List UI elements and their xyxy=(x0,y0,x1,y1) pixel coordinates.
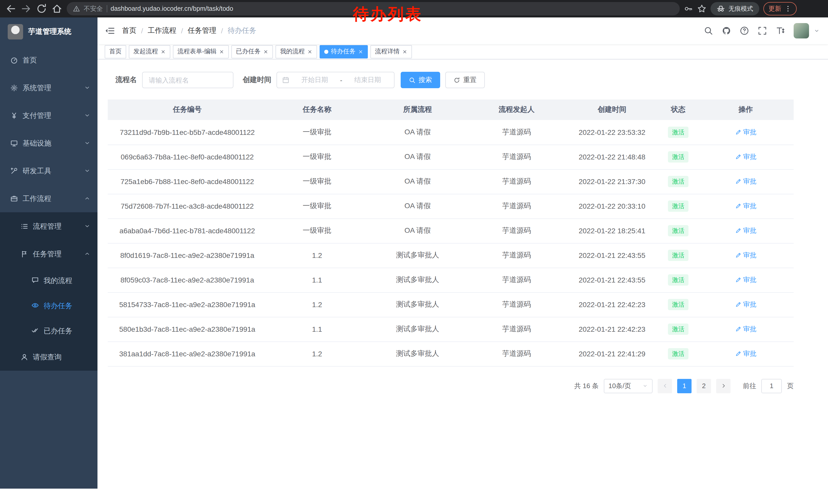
column-header: 操作 xyxy=(698,99,794,120)
browser-forward-icon[interactable] xyxy=(20,3,32,14)
search-button[interactable]: 搜索 xyxy=(401,72,440,88)
more-menu-icon[interactable] xyxy=(784,5,792,12)
chevron-down-icon xyxy=(84,168,90,174)
sidebar-item-process-management[interactable]: 流程管理 xyxy=(0,212,97,240)
process-name-input[interactable] xyxy=(142,72,234,88)
initiator-cell: 芋道源码 xyxy=(468,243,565,268)
tab-home[interactable]: 首页 xyxy=(105,45,126,58)
task-name-cell: 一级审批 xyxy=(267,169,367,194)
tab-todo-task[interactable]: 待办任务 xyxy=(320,45,368,58)
tab-my-process[interactable]: 我的流程 xyxy=(276,45,317,58)
approve-button[interactable]: 审批 xyxy=(735,201,756,211)
tab-create-process[interactable]: 发起流程 xyxy=(129,45,170,58)
approve-button[interactable]: 审批 xyxy=(735,300,756,309)
close-icon[interactable] xyxy=(263,49,268,54)
pencil-icon xyxy=(735,178,741,185)
goto-page-input[interactable] xyxy=(761,379,782,393)
action-cell: 审批 xyxy=(698,169,794,194)
sidebar-item-infrastructure[interactable]: 基础设施 xyxy=(0,129,97,157)
chevron-down-icon[interactable] xyxy=(814,28,820,34)
approve-button[interactable]: 审批 xyxy=(735,349,756,358)
fullscreen-icon[interactable] xyxy=(758,26,767,35)
sidebar-item-home[interactable]: 首页 xyxy=(0,46,97,74)
next-page-button[interactable] xyxy=(716,379,731,393)
status-cell: 激活 xyxy=(659,268,698,292)
breadcrumb-item[interactable]: 工作流程 xyxy=(148,26,176,35)
breadcrumb-item[interactable]: 任务管理 xyxy=(188,26,216,35)
sidebar-item-my-process[interactable]: 我的流程 xyxy=(0,268,97,293)
close-icon[interactable] xyxy=(358,49,363,54)
page-button-1[interactable]: 1 xyxy=(677,379,692,393)
sidebar-item-todo-task[interactable]: 待办任务 xyxy=(0,293,97,318)
prev-page-button[interactable] xyxy=(658,379,672,393)
avatar[interactable] xyxy=(794,23,809,39)
approve-button[interactable]: 审批 xyxy=(735,251,756,260)
sidebar-item-payment-management[interactable]: 支付管理 xyxy=(0,101,97,129)
task-name-cell: 1.2 xyxy=(267,341,367,366)
action-cell: 审批 xyxy=(698,268,794,292)
sidebar: 芋道管理系统 首页 系统管理 支付管理 基础设施 研发工具 工作流程 流程管理 … xyxy=(0,17,97,489)
table-header-row: 任务编号任务名称所属流程流程发起人创建时间状态操作 xyxy=(108,99,794,120)
key-icon[interactable] xyxy=(684,4,693,13)
sidebar-item-label: 支付管理 xyxy=(23,112,51,119)
approve-button[interactable]: 审批 xyxy=(735,152,756,162)
task-name-cell: 1.1 xyxy=(267,268,367,292)
sidebar-item-workflow[interactable]: 工作流程 xyxy=(0,185,97,212)
process-cell: OA 请假 xyxy=(367,218,468,243)
end-date-placeholder[interactable]: 结束日期 xyxy=(346,75,389,85)
status-cell: 激活 xyxy=(659,120,698,145)
close-icon[interactable] xyxy=(307,49,313,54)
approve-button[interactable]: 审批 xyxy=(735,325,756,334)
goto-label: 前往 xyxy=(743,381,756,391)
tab-process-detail[interactable]: 流程详情 xyxy=(370,45,412,58)
browser-home-icon[interactable] xyxy=(51,3,63,14)
bookmark-star-icon[interactable] xyxy=(697,4,706,13)
app-logo[interactable]: 芋道管理系统 xyxy=(0,17,97,46)
browser-refresh-icon[interactable] xyxy=(36,3,47,14)
page-size-select[interactable]: 10条/页 xyxy=(604,379,653,393)
update-button[interactable]: 更新 xyxy=(763,2,797,15)
logo-image xyxy=(8,24,23,40)
table-row: 580e1b3d-7ac8-11ec-a9e2-a2380e71991a 1.1… xyxy=(108,317,794,341)
approve-button[interactable]: 审批 xyxy=(735,275,756,284)
reset-button[interactable]: 重置 xyxy=(445,72,485,88)
approve-button[interactable]: 审批 xyxy=(735,128,756,137)
sidebar-item-leave-query[interactable]: 请假查询 xyxy=(0,343,97,371)
sidebar-item-done-task[interactable]: 已办任务 xyxy=(0,318,97,343)
approve-button[interactable]: 审批 xyxy=(735,226,756,235)
sidebar-item-dev-tools[interactable]: 研发工具 xyxy=(0,157,97,185)
close-icon[interactable] xyxy=(402,49,407,54)
process-cell: 测试多审批人 xyxy=(367,317,468,341)
close-icon[interactable] xyxy=(161,49,166,54)
table-row: 8f059c03-7ac8-11ec-a9e2-a2380e71991a 1.1… xyxy=(108,268,794,292)
action-cell: 审批 xyxy=(698,292,794,317)
initiator-cell: 芋道源码 xyxy=(468,268,565,292)
process-cell: OA 请假 xyxy=(367,169,468,194)
sidebar-toggle-button[interactable] xyxy=(105,26,115,36)
status-cell: 激活 xyxy=(659,194,698,218)
sidebar-item-task-management[interactable]: 任务管理 xyxy=(0,240,97,268)
page-button-2[interactable]: 2 xyxy=(697,379,711,393)
tab-form-edit[interactable]: 流程表单-编辑 xyxy=(173,45,229,58)
create-time-cell: 2022-01-22 20:33:10 xyxy=(565,194,659,218)
start-date-placeholder[interactable]: 开始日期 xyxy=(293,75,336,85)
chevron-down-icon xyxy=(84,223,90,229)
task-table: 任务编号任务名称所属流程流程发起人创建时间状态操作 73211d9d-7b9b-… xyxy=(108,99,794,366)
browser-back-icon[interactable] xyxy=(5,3,16,14)
pencil-icon xyxy=(735,277,741,283)
date-range-picker[interactable]: 开始日期 - 结束日期 xyxy=(277,72,395,88)
close-icon[interactable] xyxy=(219,49,224,54)
sidebar-item-system-management[interactable]: 系统管理 xyxy=(0,74,97,101)
search-icon[interactable] xyxy=(704,26,713,35)
github-icon[interactable] xyxy=(722,26,731,35)
approve-button[interactable]: 审批 xyxy=(735,177,756,186)
breadcrumb-item[interactable]: 首页 xyxy=(122,26,136,35)
tab-label: 首页 xyxy=(109,47,122,56)
range-separator: - xyxy=(340,76,342,84)
tab-done-task[interactable]: 已办任务 xyxy=(232,45,273,58)
table-row: 75d72608-7b7f-11ec-a3c8-acde48001122 一级审… xyxy=(108,194,794,218)
help-icon[interactable] xyxy=(740,26,749,35)
sidebar-menu: 首页 系统管理 支付管理 基础设施 研发工具 工作流程 流程管理 任务管理 我的… xyxy=(0,46,97,371)
tab-label: 已办任务 xyxy=(236,47,261,56)
font-size-icon[interactable] xyxy=(776,26,785,35)
